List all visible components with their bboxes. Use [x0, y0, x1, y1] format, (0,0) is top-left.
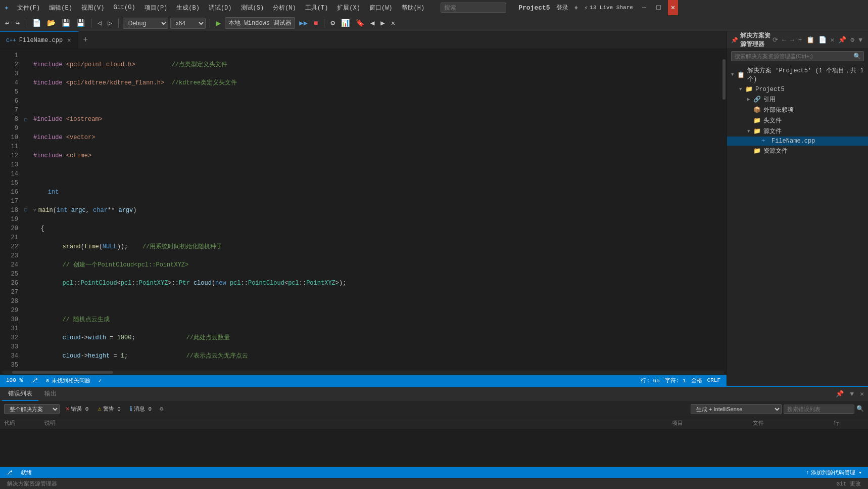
se-sync-btn[interactable]: ⟳ — [771, 35, 780, 45]
tree-item-project[interactable]: ▼ 📁 Project5 — [727, 84, 868, 94]
bookmark-button[interactable]: 🔖 — [354, 18, 366, 28]
se-forward-btn[interactable]: → — [789, 36, 796, 45]
col-header-line: 行 — [834, 419, 864, 427]
se-close-btn[interactable]: ✕ — [829, 35, 836, 45]
build-filter-icon[interactable]: ⚙ — [160, 405, 163, 413]
footer-git-changes[interactable]: Git 更改 — [834, 480, 864, 487]
tab-filename-cpp[interactable]: C++ FileName.cpp ✕ — [0, 31, 79, 49]
problem-indicator[interactable]: ⊙ 未找到相关问题 — [44, 377, 92, 384]
tree-item-headers[interactable]: ▶ 📁 头文件 — [727, 115, 868, 126]
se-settings-btn[interactable]: ⚙ — [849, 35, 856, 45]
indent-indicator[interactable]: 全格 — [689, 377, 704, 384]
menu-view[interactable]: 视图(V) — [77, 3, 109, 13]
editor-vscrollbar[interactable] — [721, 49, 727, 370]
run-button[interactable]: ▶ — [214, 18, 223, 28]
menu-edit[interactable]: 编辑(E) — [45, 3, 76, 13]
tree-item-references[interactable]: ▶ 🔗 引用 — [727, 94, 868, 105]
attach-button[interactable]: ▶▶ — [297, 18, 310, 28]
eol-indicator[interactable]: CRLF — [705, 377, 722, 383]
perf-button[interactable]: 📊 — [339, 18, 352, 28]
bottom-close-button[interactable]: ✕ — [858, 390, 866, 398]
scope-select[interactable]: 整个解决方案 当前文档 — [4, 404, 60, 414]
se-pin-btn[interactable]: 📌 — [837, 35, 848, 45]
se-copy-btn[interactable]: 📋 — [805, 35, 816, 45]
signin-button[interactable]: 登录 — [556, 4, 568, 12]
save-all-button[interactable]: 💾 — [74, 18, 87, 28]
bookmark-clear[interactable]: ✕ — [389, 18, 397, 28]
git-branch-indicator[interactable]: ⎇ — [4, 469, 15, 476]
platform-select[interactable]: x64 x86 — [170, 18, 206, 29]
window-controls: — □ ✕ — [639, 0, 678, 15]
spell-check-icon[interactable]: ✓ — [97, 377, 104, 384]
menu-project[interactable]: 项目(P) — [140, 3, 172, 13]
se-search-input[interactable] — [731, 51, 864, 61]
menu-extensions[interactable]: 扩展(X) — [333, 3, 364, 13]
tree-item-solution[interactable]: ▼ 📋 解决方案 'Project5' (1 个项目，共 1 个) — [727, 65, 868, 84]
error-search-icon[interactable]: 🔍 — [856, 405, 864, 413]
build-button[interactable]: ⚙ — [328, 18, 336, 28]
menu-test[interactable]: 测试(S) — [237, 3, 268, 13]
code-line-1: #include <pcl/point_cloud.h> //点类型定义头文件 — [33, 60, 721, 69]
config-select[interactable]: Debug Release — [123, 18, 168, 29]
char-indicator[interactable]: 字符: 1 — [663, 377, 688, 384]
se-paste-btn[interactable]: 📄 — [817, 35, 828, 45]
tree-item-filename-cpp[interactable]: ▶ + FileName.cpp — [727, 137, 868, 146]
bottom-pin-btn[interactable]: 📌 — [834, 390, 846, 398]
run-label[interactable]: 本地 Windows 调试器 — [225, 17, 295, 29]
user-icon[interactable]: ♦ — [572, 4, 581, 12]
menu-file[interactable]: 文件(F) — [13, 3, 44, 13]
se-chevron-btn[interactable]: ▼ — [857, 36, 864, 45]
footer-solution-explorer[interactable]: 解决方案资源管理器 — [4, 480, 60, 487]
tree-item-external-deps[interactable]: ▶ 📦 外部依赖项 — [727, 105, 868, 115]
redo-button[interactable]: ↪ — [13, 18, 21, 28]
row-col-indicator[interactable]: 行: 65 — [639, 377, 661, 384]
menu-analyze[interactable]: 分析(N) — [269, 3, 300, 13]
menu-git[interactable]: Git(G) — [109, 3, 139, 12]
minimize-button[interactable]: — — [639, 0, 649, 15]
stop-button[interactable]: ■ — [312, 18, 320, 28]
add-to-source-control[interactable]: ↑ 添加到源代码管理 ▾ — [804, 469, 864, 476]
back-button[interactable]: ◁ — [95, 18, 104, 28]
se-back-btn[interactable]: ← — [781, 36, 788, 45]
error-count[interactable]: ✕ 错误 0 — [63, 404, 91, 414]
bottom-arrow-btn[interactable]: ▼ — [848, 390, 856, 398]
error-search-input[interactable] — [784, 405, 854, 414]
new-file-button[interactable]: 📄 — [30, 18, 43, 28]
menu-tools[interactable]: 工具(T) — [301, 3, 332, 13]
menu-help[interactable]: 帮助(H) — [398, 3, 429, 13]
hscroll-thumb[interactable] — [12, 371, 113, 374]
vscrollbar-thumb[interactable] — [722, 59, 726, 100]
code-content[interactable]: #include <pcl/point_cloud.h> //点类型定义头文件 … — [29, 49, 721, 370]
fold-marker-9[interactable]: □ — [22, 116, 29, 124]
se-search-area: 🔍 — [727, 49, 868, 63]
bookmark-next[interactable]: ▶ — [378, 18, 387, 28]
zoom-level[interactable]: 100 % — [4, 377, 25, 383]
build-option-select[interactable]: 生成 + IntelliSense 生成 IntelliSense — [691, 404, 782, 414]
forward-button[interactable]: ▷ — [106, 18, 114, 28]
undo-button[interactable]: ↩ — [3, 18, 11, 28]
bottom-right-toolbar: 生成 + IntelliSense 生成 IntelliSense 🔍 — [691, 404, 864, 414]
menu-debug[interactable]: 调试(D) — [205, 3, 236, 13]
warning-count[interactable]: ⚠ 警告 0 — [94, 404, 123, 414]
editor-hscrollbar[interactable] — [0, 370, 727, 375]
tree-item-resources[interactable]: ▶ 📁 资源文件 — [727, 146, 868, 156]
tab-error-list[interactable]: 错误列表 — [2, 387, 38, 401]
save-button[interactable]: 💾 — [60, 18, 72, 28]
menu-window[interactable]: 窗口(W) — [365, 3, 397, 13]
message-count[interactable]: ℹ 消息 0 — [127, 404, 155, 414]
liveshare-label[interactable]: 13 Live Share — [590, 5, 633, 11]
bookmark-prev[interactable]: ◀ — [368, 18, 376, 28]
fold-marker-20[interactable]: □ — [22, 206, 29, 214]
tree-label-project: Project5 — [755, 86, 864, 93]
maximize-button[interactable]: □ — [653, 0, 663, 15]
se-new-btn[interactable]: + — [797, 36, 804, 45]
tab-output[interactable]: 输出 — [38, 387, 63, 401]
menu-build[interactable]: 生成(B) — [172, 3, 204, 13]
tab-close-button[interactable]: ✕ — [66, 36, 72, 45]
tree-item-source-files[interactable]: ▼ 📁 源文件 — [727, 126, 868, 137]
new-tab-button[interactable]: + — [79, 31, 92, 49]
open-file-button[interactable]: 📂 — [45, 18, 58, 28]
title-search-input[interactable] — [441, 3, 506, 13]
toolbar-sep-5 — [324, 19, 324, 28]
close-button[interactable]: ✕ — [668, 0, 678, 15]
